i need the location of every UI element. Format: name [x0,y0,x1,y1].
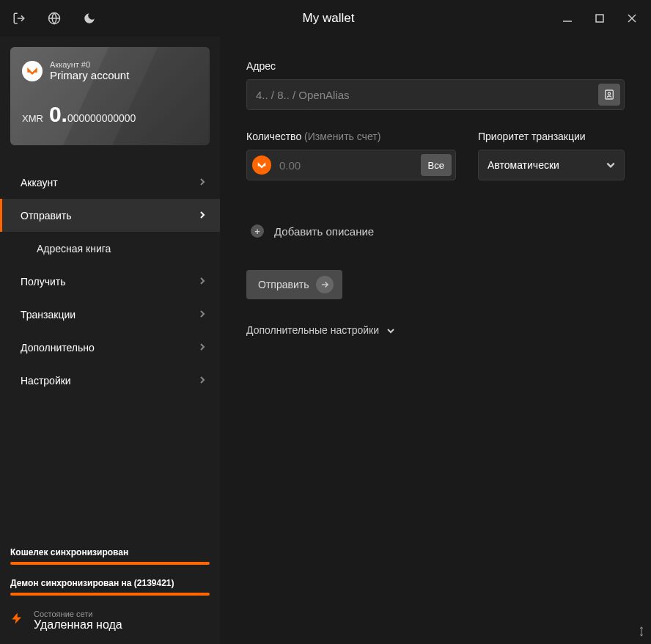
svg-point-10 [256,159,268,172]
chevron-down-icon [606,158,616,172]
advanced-settings-toggle[interactable]: Дополнительные настройки [246,324,625,336]
close-icon[interactable] [625,11,639,26]
wallet-sync-status: Кошелек синхронизирован [10,547,210,565]
nav-menu: Аккаунт Отправить Адресная книга Получит… [0,166,220,547]
nav-label: Аккаунт [21,177,58,189]
account-balance: XMR 0.000000000000 [22,103,198,125]
network-status[interactable]: Состояние сети Удаленная нода [10,609,210,632]
chevron-right-icon [199,210,205,222]
nav-label: Отправить [21,210,71,222]
address-book-button[interactable] [598,84,620,106]
nav-sub-label: Адресная книга [37,243,111,255]
monero-logo-icon [22,61,43,81]
amount-label: Количество (Изменить счет) [246,131,456,142]
nav-label: Получить [21,276,66,288]
nav-label: Настройки [21,375,71,387]
theme-moon-icon[interactable] [82,11,97,26]
send-panel: Адрес Количество (Изменить счет) Все [220,37,651,644]
titlebar: My wallet [0,0,651,37]
svg-rect-4 [596,15,603,22]
nav-label: Дополнительно [21,342,95,354]
add-description-button[interactable]: + Добавить описание [246,224,625,238]
change-account-link[interactable]: (Изменить счет) [304,131,380,142]
chevron-right-icon [199,342,205,354]
bolt-icon [10,609,23,632]
window-title: My wallet [97,11,560,26]
account-number: Аккаунт #0 [50,60,129,69]
daemon-sync-status: Демон синхронизирован на (2139421) [10,578,210,596]
chevron-down-icon [386,324,395,336]
chevron-right-icon [199,375,205,387]
nav-address-book[interactable]: Адресная книга [0,232,220,265]
network-status-label: Состояние сети [34,610,122,618]
nav-label: Транзакции [21,309,76,321]
priority-label: Приоритет транзакции [478,131,625,142]
nav-advanced[interactable]: Дополнительно [0,331,220,364]
lock-wallet-icon[interactable] [12,11,26,26]
address-label: Адрес [246,60,625,72]
daemon-sync-bar [10,593,210,596]
maximize-icon[interactable] [592,11,607,26]
wallet-sync-bar [10,562,210,565]
resize-grip-icon[interactable] [633,626,647,637]
sidebar: Аккаунт #0 Primary account XMR 0.0000000… [0,37,220,644]
arrow-right-icon [316,276,334,293]
nav-receive[interactable]: Получить [0,265,220,298]
address-input[interactable] [246,79,625,110]
account-card[interactable]: Аккаунт #0 Primary account XMR 0.0000000… [10,47,210,145]
minimize-icon[interactable] [560,11,575,26]
chevron-right-icon [199,177,205,189]
nav-settings[interactable]: Настройки [0,364,220,397]
priority-select[interactable]: Автоматически [478,150,625,180]
network-status-value: Удаленная нода [34,618,122,632]
amount-all-button[interactable]: Все [421,154,452,176]
plus-icon: + [251,224,264,238]
account-name: Primary account [50,69,129,81]
nav-account[interactable]: Аккаунт [0,166,220,199]
nav-send[interactable]: Отправить [0,199,220,232]
monero-icon [252,155,271,175]
send-button[interactable]: Отправить [246,270,342,299]
chevron-right-icon [199,309,205,321]
globe-icon[interactable] [47,11,62,26]
svg-point-9 [608,92,610,95]
nav-transactions[interactable]: Транзакции [0,298,220,331]
chevron-right-icon [199,276,205,288]
